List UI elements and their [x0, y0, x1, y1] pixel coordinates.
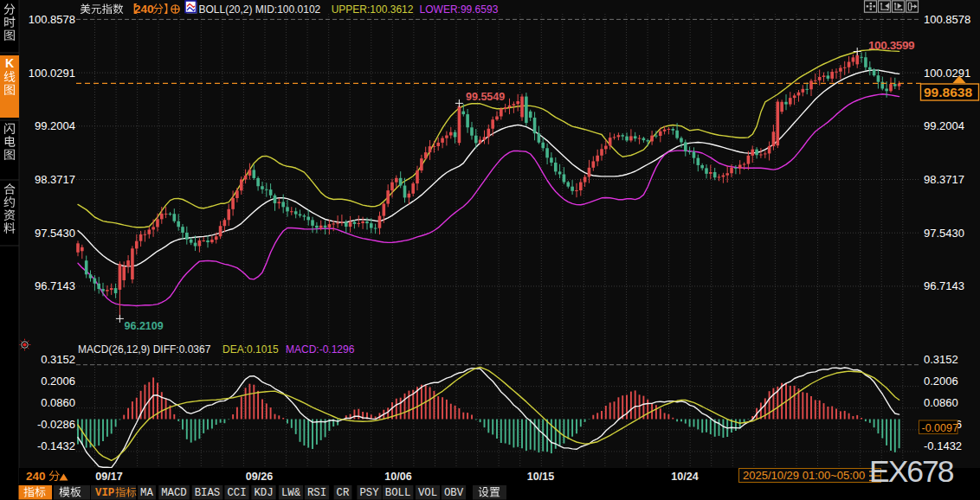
svg-text:97.5430: 97.5430 [35, 227, 75, 240]
svg-text:MACD(26,12,9) DIFF:0.0367: MACD(26,12,9) DIFF:0.0367 [78, 343, 211, 356]
svg-text:MA: MA [140, 487, 153, 499]
svg-text:VOL: VOL [418, 487, 437, 499]
svg-text:99.2004: 99.2004 [35, 119, 75, 132]
svg-text:-0.0286: -0.0286 [37, 418, 75, 431]
svg-text:0.3152: 0.3152 [41, 353, 75, 366]
svg-text:CR: CR [337, 487, 350, 499]
svg-text:CCI: CCI [227, 487, 246, 499]
svg-text:0.2006: 0.2006 [41, 375, 75, 388]
svg-text:DEA:0.1015: DEA:0.1015 [222, 343, 279, 356]
svg-text:EX678: EX678 [869, 454, 954, 489]
svg-text:0.3152: 0.3152 [924, 353, 958, 366]
svg-text:96.7143: 96.7143 [35, 279, 75, 292]
svg-text:BOLL(20,2) MID:100.0102: BOLL(20,2) MID:100.0102 [199, 3, 321, 16]
svg-text:LOWER:99.6593: LOWER:99.6593 [420, 3, 499, 16]
svg-text:99.5549: 99.5549 [466, 91, 505, 103]
svg-text:VIP: VIP [95, 487, 114, 499]
svg-text:100.8578: 100.8578 [29, 13, 75, 26]
svg-text:0.0860: 0.0860 [924, 396, 958, 409]
svg-text:10/24: 10/24 [671, 471, 698, 483]
svg-text:-0.0097: -0.0097 [922, 422, 958, 434]
svg-text:PSY: PSY [359, 487, 379, 499]
svg-text:-0.1432: -0.1432 [37, 439, 75, 452]
svg-text:0.2006: 0.2006 [924, 375, 958, 388]
svg-text:100.0291: 100.0291 [29, 67, 75, 80]
svg-text:LW&: LW& [281, 487, 301, 499]
svg-text:97.5430: 97.5430 [924, 227, 964, 240]
svg-text:K: K [5, 56, 14, 70]
svg-text:96.7143: 96.7143 [924, 279, 964, 292]
svg-text:BIAS: BIAS [195, 487, 221, 499]
svg-text:98.3717: 98.3717 [35, 173, 75, 186]
svg-text:99.2004: 99.2004 [924, 119, 964, 132]
svg-text:10/15: 10/15 [527, 471, 554, 483]
svg-text:-0.1432: -0.1432 [924, 439, 962, 452]
svg-text:RSI: RSI [307, 487, 326, 499]
svg-text:99.8638: 99.8638 [924, 85, 972, 99]
svg-text:96.2109: 96.2109 [125, 320, 164, 332]
svg-text:240: 240 [26, 470, 46, 483]
svg-text:98.3717: 98.3717 [924, 173, 964, 186]
svg-text:UPPER:100.3612: UPPER:100.3612 [332, 3, 414, 16]
svg-text:MACD: MACD [161, 487, 187, 499]
svg-text:09/26: 09/26 [246, 471, 273, 483]
svg-text:MACD:-0.1296: MACD:-0.1296 [286, 343, 355, 356]
svg-text:10/06: 10/06 [384, 471, 411, 483]
svg-text:BOLL: BOLL [385, 487, 411, 499]
svg-text:0.0860: 0.0860 [41, 396, 75, 409]
svg-text:100.0291: 100.0291 [924, 67, 970, 80]
svg-text:OBV: OBV [444, 487, 464, 499]
svg-text:100.8578: 100.8578 [924, 13, 970, 26]
svg-text:2025/10/29 01:00~05:00: 2025/10/29 01:00~05:00 [743, 469, 865, 482]
svg-text:KDJ: KDJ [254, 487, 273, 499]
svg-text:100.3599: 100.3599 [868, 39, 914, 52]
svg-text:240: 240 [134, 3, 154, 16]
svg-text:09/17: 09/17 [95, 471, 122, 483]
